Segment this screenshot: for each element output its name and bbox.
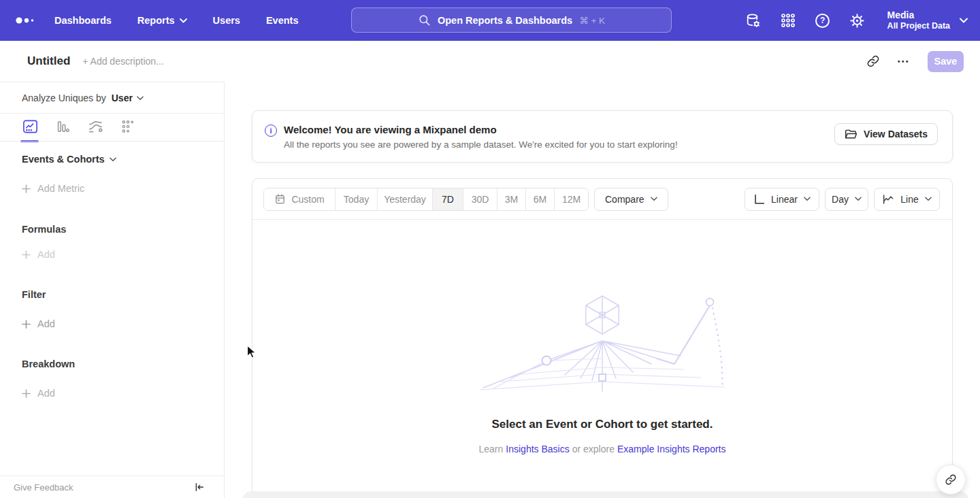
plus-icon <box>22 320 31 329</box>
add-formula-button[interactable]: Add <box>22 249 55 260</box>
flow-tab-icon <box>88 119 103 134</box>
mixpanel-app: Dashboards Reports Users Events Open Rep… <box>0 0 980 498</box>
explore-middle: or explore <box>572 444 615 454</box>
view-datasets-label: View Datasets <box>864 129 928 139</box>
chart-controls: Custom Today Yesterday 7D 30D 3M 6M 12M … <box>252 179 952 220</box>
apps-grid-icon[interactable] <box>779 12 797 29</box>
tab-retention[interactable] <box>120 118 136 135</box>
welcome-banner: i Welcome! You are viewing a Mixpanel de… <box>252 110 953 163</box>
add-metric-label: Add Metric <box>37 183 84 194</box>
tab-bar-chart[interactable] <box>54 118 71 135</box>
compare-label: Compare <box>605 194 644 205</box>
plus-icon <box>22 389 31 398</box>
collapse-sidebar-button[interactable] <box>194 482 205 493</box>
add-breakdown-button[interactable]: Add <box>22 388 55 399</box>
events-cohorts-label: Events & Cohorts <box>22 154 105 165</box>
banner-title: Welcome! You are viewing a Mixpanel demo <box>284 124 497 135</box>
help-icon[interactable]: ? <box>814 12 832 29</box>
search-placeholder: Open Reports & Dashboards <box>438 15 572 26</box>
empty-state-title: Select an Event or Cohort to get started… <box>252 418 952 431</box>
scale-label: Linear <box>771 194 798 205</box>
bar-chart-tab-icon <box>55 119 70 134</box>
main-content: i Welcome! You are viewing a Mixpanel de… <box>225 82 980 498</box>
add-breakdown-label: Add <box>37 388 55 399</box>
empty-state: Select an Event or Cohort to get started… <box>252 220 952 454</box>
plus-icon <box>22 184 31 193</box>
insights-chart-card: Custom Today Yesterday 7D 30D 3M 6M 12M … <box>252 178 953 498</box>
scale-selector-button[interactable]: Linear <box>745 188 819 211</box>
link-icon <box>945 474 957 486</box>
chevron-down-icon <box>804 197 811 201</box>
range-7d[interactable]: 7D <box>432 188 463 210</box>
nav-dashboards[interactable]: Dashboards <box>54 15 112 26</box>
add-filter-button[interactable]: Add <box>22 318 55 329</box>
chevron-down-icon <box>960 18 968 23</box>
chevron-down-icon <box>855 197 862 201</box>
more-options-button[interactable]: ••• <box>898 58 910 65</box>
events-cohorts-section[interactable]: Events & Cohorts <box>22 154 116 165</box>
nav-users[interactable]: Users <box>213 15 240 26</box>
project-selector[interactable]: Media All Project Data <box>887 10 968 31</box>
breakdown-heading: Breakdown <box>22 359 75 369</box>
tab-insights-line[interactable] <box>22 118 38 135</box>
interval-selector-button[interactable]: Day <box>825 188 868 211</box>
chevron-down-icon <box>651 197 657 201</box>
range-custom-label: Custom <box>291 194 324 205</box>
search-icon <box>418 14 431 27</box>
range-6m[interactable]: 6M <box>525 188 554 210</box>
visualization-tabs <box>22 118 136 135</box>
tab-flow[interactable] <box>87 118 103 135</box>
range-custom[interactable]: Custom <box>264 188 335 210</box>
example-insights-reports-link[interactable]: Example Insights Reports <box>617 444 726 454</box>
sidebar-footer: Give Feedback <box>0 476 224 498</box>
share-link-fab[interactable] <box>936 465 966 495</box>
empty-state-illustration <box>473 288 732 393</box>
add-filter-label: Add <box>37 318 55 329</box>
banner-body: All the reports you see are powered by a… <box>284 139 678 150</box>
line-chart-icon <box>882 194 894 205</box>
project-name: Media <box>887 10 950 21</box>
search-shortcut: ⌘ + K <box>579 15 605 26</box>
primary-nav: Dashboards Reports Users Events <box>54 15 298 26</box>
nav-right-cluster: ? Media All Project Data <box>745 0 968 41</box>
link-icon <box>866 54 880 68</box>
nav-reports[interactable]: Reports <box>137 15 187 26</box>
report-title[interactable]: Untitled <box>27 54 70 68</box>
analyze-prefix-label: Analyze Uniques by <box>22 93 106 103</box>
add-description-field[interactable]: + Add description... <box>82 56 163 67</box>
next-section-peek <box>242 491 969 498</box>
formulas-heading: Formulas <box>22 224 66 235</box>
analyze-uniques-selector[interactable]: Analyze Uniques by User <box>22 93 144 103</box>
range-3m[interactable]: 3M <box>497 188 525 210</box>
calendar-icon <box>274 193 286 205</box>
query-builder-sidebar: Analyze Uniques by User <box>0 82 225 498</box>
interval-label: Day <box>832 194 849 205</box>
analyze-value: User <box>112 93 133 103</box>
copy-link-button[interactable] <box>866 54 880 68</box>
plus-icon <box>22 250 31 259</box>
line-chart-tab-icon <box>22 119 38 134</box>
range-today[interactable]: Today <box>335 188 377 210</box>
range-30d[interactable]: 30D <box>463 188 497 210</box>
collapse-left-icon <box>194 482 205 493</box>
range-yesterday[interactable]: Yesterday <box>377 188 432 210</box>
chart-type-selector-button[interactable]: Line <box>874 188 940 211</box>
nav-events[interactable]: Events <box>266 15 299 26</box>
insights-basics-link[interactable]: Insights Basics <box>506 444 569 454</box>
mixpanel-logo-icon[interactable] <box>15 12 38 29</box>
range-12m[interactable]: 12M <box>554 188 588 210</box>
report-toolbar: ••• Save <box>866 41 964 82</box>
global-search-input[interactable]: Open Reports & Dashboards ⌘ + K <box>351 7 672 33</box>
give-feedback-link[interactable]: Give Feedback <box>14 482 73 493</box>
report-header: Untitled + Add description... ••• Save <box>0 41 980 82</box>
data-management-icon[interactable] <box>745 12 762 29</box>
top-nav: Dashboards Reports Users Events Open Rep… <box>0 0 980 41</box>
settings-gear-icon[interactable] <box>849 12 866 29</box>
save-button[interactable]: Save <box>928 51 964 72</box>
chevron-down-icon <box>137 96 144 101</box>
add-metric-button[interactable]: Add Metric <box>22 183 84 194</box>
chevron-down-icon <box>925 197 932 201</box>
date-range-segmented-control: Custom Today Yesterday 7D 30D 3M 6M 12M <box>263 188 589 211</box>
view-datasets-button[interactable]: View Datasets <box>834 123 938 145</box>
compare-button[interactable]: Compare <box>594 188 668 211</box>
